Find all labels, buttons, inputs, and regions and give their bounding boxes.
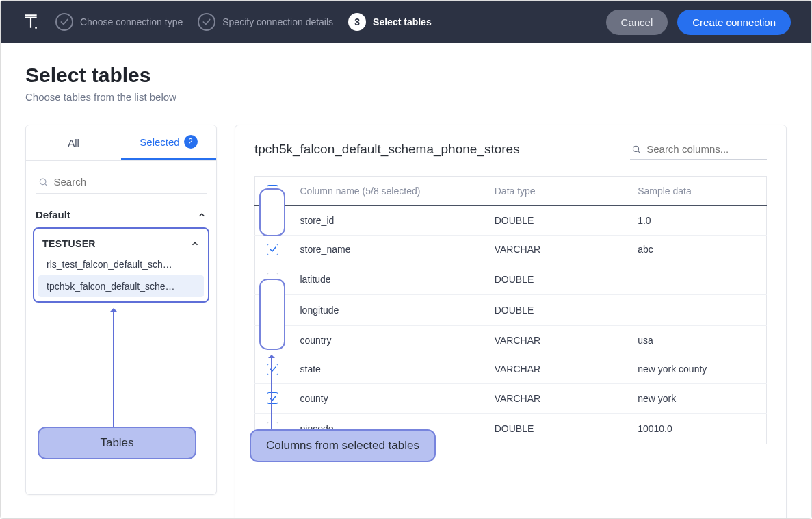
create-connection-button[interactable]: Create connection (677, 10, 791, 35)
row-checkbox[interactable] (267, 364, 278, 375)
sample-data-cell: usa (628, 326, 766, 355)
sample-data-cell (628, 295, 766, 326)
columns-table: Column name (5/8 selected) Data type Sam… (254, 176, 767, 444)
tables-search-input[interactable] (54, 176, 204, 188)
svg-point-4 (40, 179, 45, 184)
check-icon (55, 13, 73, 31)
table-item-tpch5k[interactable]: tpch5k_falcon_default_sche… (38, 275, 204, 297)
table-item-rls-test[interactable]: rls_test_falcon_default_sch… (38, 253, 204, 275)
column-name-cell: store_name (291, 235, 485, 264)
table-row: store_idDOUBLE1.0 (255, 205, 767, 235)
callout-bubble-columns: Columns from selected tables (250, 429, 436, 462)
table-row: store_nameVARCHARabc (255, 235, 767, 264)
row-checkbox[interactable] (267, 244, 278, 255)
columns-search[interactable] (630, 139, 767, 160)
table-row: longitudeDOUBLE (255, 295, 767, 326)
step-number: 3 (348, 13, 366, 31)
tab-selected[interactable]: Selected 2 (121, 125, 216, 160)
row-checkbox[interactable] (267, 334, 278, 346)
sample-data-cell (628, 264, 766, 295)
callout-bubble-tables: Tables (38, 427, 196, 459)
row-checkbox[interactable] (267, 392, 278, 404)
selected-table-title: tpch5k_falcon_default_schema_phone_store… (254, 142, 520, 157)
svg-line-5 (45, 183, 47, 186)
row-checkbox[interactable] (267, 273, 278, 284)
step-specify-connection-details: Specify connection details (198, 13, 333, 31)
step-choose-connection-type: Choose connection type (55, 13, 183, 31)
group-testuser-label: TESTUSER (42, 238, 96, 249)
page-subtitle: Choose tables from the list below (25, 91, 787, 103)
step-select-tables: 3 Select tables (348, 13, 432, 31)
logo (21, 12, 40, 31)
column-name-cell: latitude (291, 264, 485, 295)
callout-arrow-columns (271, 355, 272, 429)
table-row: stateVARCHARnew york county (255, 355, 767, 384)
data-type-cell: DOUBLE (485, 295, 628, 326)
table-row: countyVARCHARnew york (255, 384, 767, 414)
header-sample-data: Sample data (628, 177, 766, 206)
sample-data-cell: abc (628, 235, 766, 264)
svg-point-6 (633, 146, 638, 151)
callout-arrow-tables (113, 309, 114, 427)
row-checkbox[interactable] (267, 303, 278, 315)
page-title: Select tables (25, 64, 787, 87)
row-checkbox[interactable] (267, 214, 278, 226)
sample-data-cell: new york county (628, 355, 766, 384)
data-type-cell: VARCHAR (485, 235, 628, 264)
table-row: countryVARCHARusa (255, 326, 767, 355)
column-name-cell: store_id (291, 205, 485, 235)
data-type-cell: VARCHAR (485, 355, 628, 384)
group-default[interactable]: Default (26, 197, 216, 227)
chevron-up-icon (197, 210, 207, 220)
column-name-cell: longitude (291, 295, 485, 326)
topbar-actions: Cancel Create connection (606, 10, 791, 35)
check-icon (198, 13, 215, 31)
step-label: Specify connection details (222, 16, 333, 27)
tab-selected-label: Selected (140, 136, 179, 148)
header-data-type: Data type (485, 177, 628, 206)
cancel-button[interactable]: Cancel (606, 10, 668, 35)
columns-search-input[interactable] (646, 143, 765, 155)
tab-all[interactable]: All (26, 125, 121, 160)
step-label: Select tables (373, 16, 432, 27)
data-type-cell: VARCHAR (485, 326, 628, 355)
group-default-label: Default (36, 209, 70, 220)
sample-data-cell: 10010.0 (628, 413, 766, 444)
selected-count-badge: 2 (184, 135, 198, 149)
sample-data-cell: 1.0 (628, 205, 766, 235)
tabs: All Selected 2 (26, 125, 216, 161)
column-name-cell: county (291, 384, 485, 414)
header-column-name: Column name (5/8 selected) (291, 177, 485, 206)
data-type-cell: DOUBLE (485, 264, 628, 295)
tables-search[interactable] (36, 170, 207, 194)
svg-point-3 (35, 27, 37, 29)
column-name-cell: state (291, 355, 485, 384)
select-all-checkbox[interactable] (267, 185, 278, 197)
tab-all-label: All (68, 137, 79, 149)
group-testuser[interactable]: TESTUSER (36, 233, 207, 253)
data-type-cell: VARCHAR (485, 384, 628, 414)
chevron-up-icon (190, 239, 200, 249)
svg-line-7 (638, 151, 640, 153)
data-type-cell: DOUBLE (485, 205, 628, 235)
sample-data-cell: new york (628, 384, 766, 414)
search-icon (631, 144, 641, 155)
table-row: latitudeDOUBLE (255, 264, 767, 295)
data-type-cell: DOUBLE (485, 413, 628, 444)
tables-group-box: TESTUSER rls_test_falcon_default_sch… tp… (33, 227, 209, 303)
topbar: Choose connection type Specify connectio… (1, 1, 811, 43)
column-name-cell: country (291, 326, 485, 355)
step-label: Choose connection type (80, 16, 183, 27)
search-icon (38, 177, 49, 188)
